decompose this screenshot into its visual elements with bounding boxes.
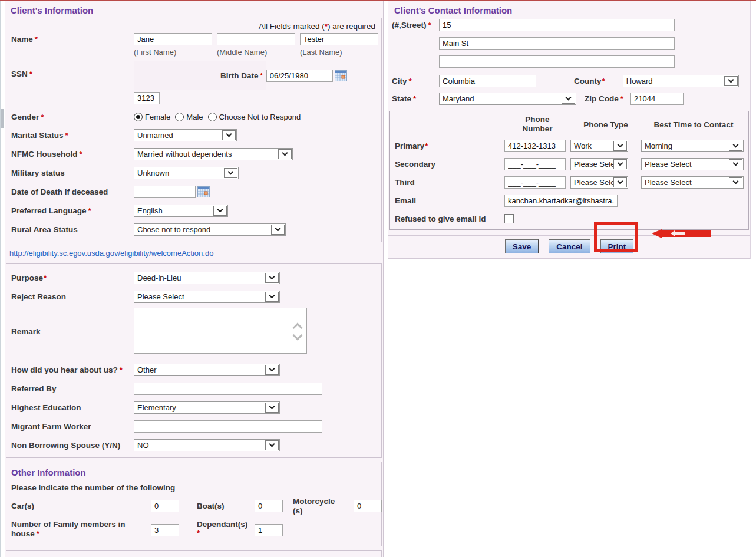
military-status-select[interactable]: Unknown [134,167,239,179]
motorcycle-input[interactable] [354,500,382,512]
chevron-down-icon[interactable] [265,273,279,283]
third-best-time-select[interactable]: Please Select [641,176,744,189]
rural-area-status-select[interactable]: Chose not to respond [134,223,286,236]
chevron-down-icon[interactable] [265,292,279,302]
chevron-down-icon[interactable] [729,177,742,187]
dependants-input[interactable] [255,524,283,536]
third-phone-row: Third Please Select Please Select [395,176,748,189]
calendar-icon[interactable] [335,70,347,81]
street-line2-input[interactable] [439,37,675,50]
other-information-section: Other Information Please indicate the nu… [6,462,382,546]
secondary-number-input[interactable] [504,158,566,170]
gender-radio-male[interactable]: Male [175,113,203,121]
primary-type-select[interactable]: Work [570,140,628,152]
motorcycle-label: Motorcycle (s) [293,497,346,515]
preferred-language-row: Preferred Language* English [11,205,381,217]
chevron-down-icon[interactable] [271,225,285,235]
usda-eligibility-link[interactable]: http://eligibility.sc.egov.usda.gov/elig… [9,249,213,258]
highest-education-label: Highest Education [11,403,134,412]
birth-date-label: Birth Date [220,71,259,80]
chevron-down-icon[interactable] [265,403,279,413]
marital-status-row: Marital Status* Unmarried [11,129,381,141]
county-label: County* [574,77,605,85]
chevron-down-icon[interactable] [222,130,236,140]
first-name-input[interactable] [134,33,212,45]
purpose-select[interactable]: Deed-in-Lieu [134,272,280,284]
cancel-button[interactable]: Cancel [549,239,590,253]
secondary-label: Secondary [395,160,504,169]
street-line1-input[interactable] [439,19,675,31]
rural-area-status-row: Rural Area Status Chose not to respond [11,223,381,236]
third-type-select[interactable]: Please Select [570,176,628,189]
phone-number-header: Phone Number [514,111,561,134]
primary-best-time-select[interactable]: Morning [641,140,744,152]
county-select[interactable]: Howard [623,75,739,87]
state-zip-row: State* Maryland Zip Code* [392,93,750,105]
email-input[interactable] [504,195,618,207]
non-borrowing-spouse-label: Non Borrowing Spouse (Y/N) [11,441,134,450]
left-scrollbar-thumb[interactable] [1,109,4,128]
marital-status-select[interactable]: Unmarried [134,129,237,141]
refused-email-checkbox[interactable] [504,214,514,223]
chevron-down-icon[interactable] [613,141,627,151]
death-date-row: Date of Death if deceased [11,186,381,198]
chevron-down-icon[interactable] [729,159,742,169]
gender-radio-no-respond[interactable]: Choose Not to Respond [208,113,301,121]
name-row: Name* (First Name) (Middle Name) (Last N… [11,33,381,57]
boats-input[interactable] [255,500,283,512]
nfmc-household-select[interactable]: Married without dependents [134,148,293,160]
street-line3-input[interactable] [439,55,675,68]
death-date-input[interactable] [134,186,196,198]
ssn-input[interactable] [134,92,160,104]
secondary-best-time-select[interactable]: Please Select [641,158,744,170]
radio-checked-icon[interactable] [134,113,143,121]
refused-email-label: Refused to give email Id [395,215,504,223]
primary-phone-row: Primary* Work Morning [395,140,748,152]
cars-input[interactable] [151,500,179,512]
radio-icon[interactable] [208,113,217,121]
email-label: Email [395,196,504,205]
chevron-down-icon[interactable] [265,440,279,450]
zip-input[interactable] [630,93,684,105]
third-label: Third [395,178,504,187]
highest-education-select[interactable]: Elementary [134,401,280,414]
family-members-input[interactable] [151,524,179,536]
chevron-down-icon[interactable] [613,177,627,187]
migrant-farm-worker-input[interactable] [134,420,322,433]
client-information-page: Client's Information All Fields marked (… [0,0,756,557]
chevron-down-icon[interactable] [562,94,575,104]
birth-date-input[interactable] [266,70,333,82]
city-input[interactable] [439,75,536,87]
chevron-down-icon[interactable] [265,365,279,375]
gender-radio-female[interactable]: Female [134,113,170,121]
chevron-down-icon[interactable] [613,159,627,169]
chevron-down-icon[interactable] [724,76,738,86]
save-button[interactable]: Save [505,239,539,253]
primary-number-input[interactable] [504,140,566,152]
chevron-down-icon[interactable] [224,168,237,178]
chevron-down-icon[interactable] [278,149,292,159]
chevron-down-icon[interactable] [213,206,227,216]
third-number-input[interactable] [504,176,566,189]
gender-label: Gender* [11,113,134,121]
ssn-birthdate-row: SSN* Birth Date* [11,61,381,104]
zip-label: Zip Code* [585,94,623,103]
middle-name-input[interactable] [217,33,295,45]
radio-icon[interactable] [175,113,184,121]
action-button-bar: Save Cancel Print [388,235,750,259]
chevron-down-icon[interactable] [729,141,742,151]
remark-textarea[interactable] [134,308,307,354]
gender-row: Gender* Female Male Choose Not to Respon… [11,111,381,123]
state-select[interactable]: Maryland [439,93,576,105]
calendar-icon[interactable] [197,186,210,197]
secondary-type-select[interactable]: Please Select [570,158,628,170]
non-borrowing-spouse-select[interactable]: NO [134,439,280,451]
last-name-input[interactable] [300,33,378,45]
military-status-row: Military status Unknown [11,167,381,179]
preferred-language-select[interactable]: English [134,205,228,217]
reject-reason-select[interactable]: Please Select [134,291,280,303]
boats-label: Boat(s) [197,502,255,510]
referred-by-input[interactable] [134,383,322,395]
government-monitoring-title: Information for Government Monitoring Pu… [6,552,381,557]
hear-about-select[interactable]: Other [134,364,280,376]
